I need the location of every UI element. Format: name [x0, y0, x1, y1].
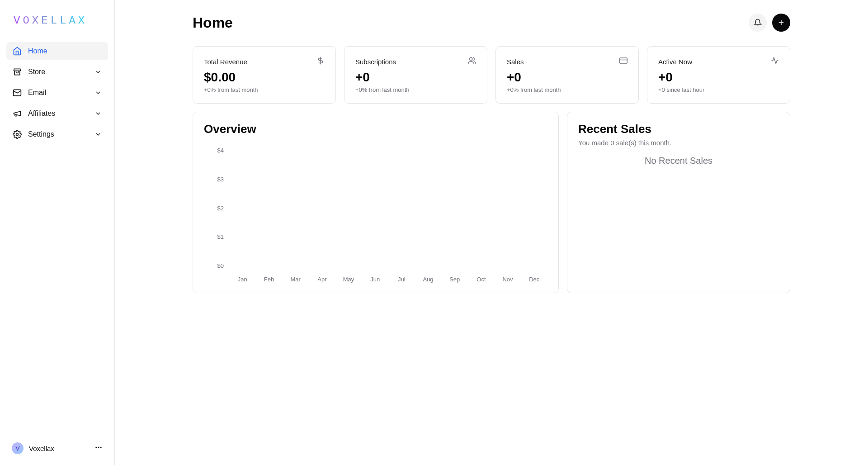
stat-value: +0: [507, 70, 627, 85]
recent-subtitle: You made 0 sale(s) this month.: [578, 139, 779, 147]
chevron-down-icon: [94, 68, 102, 76]
sidebar-item-email[interactable]: Email: [6, 84, 108, 102]
x-tick: Mar: [282, 276, 309, 283]
stat-sub: +0% from last month: [355, 86, 476, 93]
sidebar-item-settings[interactable]: Settings: [6, 125, 108, 143]
x-tick: Jan: [229, 276, 256, 283]
svg-point-6: [470, 57, 472, 60]
sidebar-item-home[interactable]: Home: [6, 42, 108, 60]
gear-icon: [13, 130, 22, 139]
sidebar-nav: Home Store Email Affiliates Settings: [6, 42, 108, 143]
page-header: Home: [193, 14, 790, 32]
page-title: Home: [193, 14, 233, 31]
recent-sales-panel: Recent Sales You made 0 sale(s) this mon…: [567, 112, 790, 293]
stat-value: $0.00: [204, 70, 325, 85]
x-tick: Aug: [415, 276, 442, 283]
sidebar-item-label: Email: [28, 89, 46, 97]
svg-point-2: [96, 447, 97, 448]
svg-rect-7: [620, 58, 627, 63]
notifications-button[interactable]: [749, 14, 767, 32]
sidebar: VOXELLAX Home Store Email Affiliates Set…: [0, 0, 115, 465]
stat-value: +0: [355, 70, 476, 85]
stat-card-active-now: Active Now +0 +0 since last hour: [647, 46, 790, 104]
recent-empty: No Recent Sales: [578, 156, 779, 166]
x-tick: May: [335, 276, 362, 283]
avatar: V: [12, 442, 24, 454]
chart-x-axis: JanFebMarAprMayJunJulAugSepOctNovDec: [229, 276, 547, 283]
megaphone-icon: [13, 109, 22, 118]
stat-label: Subscriptions: [355, 58, 396, 66]
stat-card-subscriptions: Subscriptions +0 +0% from last month: [344, 46, 487, 104]
x-tick: Jun: [362, 276, 388, 283]
sidebar-item-label: Affiliates: [28, 109, 55, 118]
svg-point-3: [98, 447, 99, 448]
x-tick: Sep: [441, 276, 468, 283]
y-tick: $3: [204, 176, 229, 183]
y-tick: $4: [204, 147, 229, 154]
sidebar-item-label: Store: [28, 68, 45, 76]
more-icon[interactable]: [94, 443, 103, 453]
x-tick: Feb: [256, 276, 283, 283]
stat-label: Sales: [507, 58, 524, 66]
overview-panel: Overview $4$3$2$1$0 JanFebMarAprMayJunJu…: [193, 112, 559, 293]
chart-y-axis: $4$3$2$1$0: [204, 147, 229, 269]
overview-title: Overview: [204, 122, 547, 136]
sidebar-item-label: Home: [28, 47, 47, 55]
sidebar-item-store[interactable]: Store: [6, 63, 108, 81]
x-tick: Oct: [468, 276, 495, 283]
stat-sub: +0 since last hour: [658, 86, 779, 93]
svg-point-4: [101, 447, 102, 448]
users-icon: [468, 57, 476, 66]
y-tick: $2: [204, 205, 229, 212]
recent-title: Recent Sales: [578, 122, 779, 136]
panels-row: Overview $4$3$2$1$0 JanFebMarAprMayJunJu…: [193, 112, 790, 293]
chevron-down-icon: [94, 131, 102, 138]
stat-card-sales: Sales +0 +0% from last month: [495, 46, 639, 104]
sidebar-item-affiliates[interactable]: Affiliates: [6, 104, 108, 123]
x-tick: Apr: [309, 276, 335, 283]
chevron-down-icon: [94, 110, 102, 117]
svg-point-1: [16, 133, 19, 136]
home-icon: [13, 47, 22, 56]
add-button[interactable]: [772, 14, 790, 32]
brand-logo[interactable]: VOXELLAX: [6, 11, 108, 38]
x-tick: Jul: [388, 276, 415, 283]
sidebar-item-label: Settings: [28, 130, 54, 138]
stat-label: Active Now: [658, 58, 692, 66]
stat-card-total-revenue: Total Revenue $0.00 +0% from last month: [193, 46, 336, 104]
x-tick: Dec: [521, 276, 547, 283]
store-icon: [13, 67, 22, 76]
main-content: Home Total Revenue $0.00 +0% from last m…: [115, 0, 868, 465]
stat-value: +0: [658, 70, 779, 85]
stat-label: Total Revenue: [204, 58, 247, 66]
y-tick: $0: [204, 262, 229, 269]
header-actions: [749, 14, 790, 32]
card-icon: [619, 57, 627, 66]
stat-sub: +0% from last month: [507, 86, 627, 93]
y-tick: $1: [204, 233, 229, 240]
stats-row: Total Revenue $0.00 +0% from last month …: [193, 46, 790, 104]
overview-chart: $4$3$2$1$0 JanFebMarAprMayJunJulAugSepOc…: [204, 147, 547, 283]
dollar-icon: [316, 57, 325, 66]
mail-icon: [13, 88, 22, 97]
footer-name: Voxellax: [29, 445, 54, 452]
activity-icon: [771, 57, 779, 66]
sidebar-footer[interactable]: V Voxellax: [6, 439, 108, 458]
chevron-down-icon: [94, 89, 102, 96]
x-tick: Nov: [495, 276, 521, 283]
stat-sub: +0% from last month: [204, 86, 325, 93]
